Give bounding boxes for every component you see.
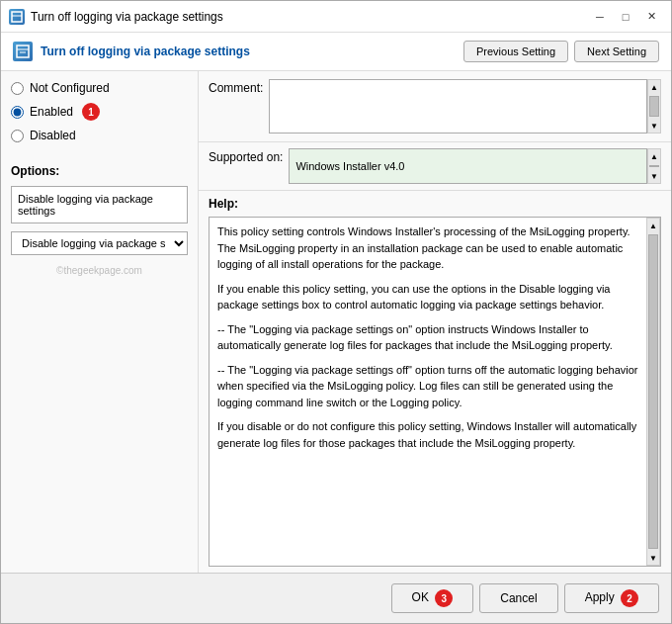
options-title: Options: [11,164,188,178]
help-scroll-up[interactable]: ▲ [647,219,659,232]
apply-badge: 2 [621,589,638,607]
close-button[interactable]: ✕ [639,7,663,27]
left-panel: Not Configured Enabled 1 Disabled Option… [1,71,199,573]
help-scrollbar: ▲ ▼ [646,218,660,566]
header-icon [13,42,33,61]
radio-group: Not Configured Enabled 1 Disabled [11,81,188,142]
help-title: Help: [209,197,661,211]
enabled-radio[interactable] [11,106,24,119]
right-panel: Comment: ▲ ▼ Supported on: Windows Insta… [199,71,671,573]
comment-scroll-up[interactable]: ▲ [648,80,660,94]
not-configured-radio[interactable] [11,82,24,95]
help-section: Help: This policy setting controls Windo… [199,191,671,573]
help-para-5: If you disable or do not configure this … [217,418,638,451]
disabled-radio[interactable] [11,130,24,142]
next-setting-button[interactable]: Next Setting [574,41,659,62]
not-configured-label: Not Configured [30,81,110,95]
supported-scroll-thumb [649,165,659,167]
help-scroll-down[interactable]: ▼ [647,551,659,565]
supported-input-area: Windows Installer v4.0 ▲ ▼ [289,148,661,184]
ok-badge: 3 [435,589,453,607]
help-para-2: If you enable this policy setting, you c… [217,281,638,313]
previous-setting-button[interactable]: Previous Setting [463,41,568,62]
comment-section: Comment: ▲ ▼ [199,71,671,142]
enabled-option[interactable]: Enabled 1 [11,103,188,121]
comment-textarea[interactable] [269,79,647,134]
options-section: Options: Disable logging via package set… [11,164,188,255]
help-para-4: -- The "Logging via package settings off… [217,362,638,411]
supported-on-value: Windows Installer v4.0 [289,148,647,184]
comment-scroll-down[interactable]: ▼ [648,119,660,133]
supported-scrollbar: ▲ ▼ [647,148,661,184]
title-bar-controls: ─ □ ✕ [588,7,663,27]
cancel-button[interactable]: Cancel [479,583,557,613]
header-section: Turn off logging via package settings Pr… [1,33,671,71]
svg-rect-2 [17,45,29,57]
supported-label: Supported on: [209,148,283,164]
enabled-badge: 1 [82,103,100,121]
main-content: Not Configured Enabled 1 Disabled Option… [1,71,671,573]
bottom-bar: OK 3 Cancel Apply 2 [1,573,671,623]
header-title-text: Turn off logging via package settings [41,45,250,58]
minimize-button[interactable]: ─ [588,7,612,27]
disabled-label: Disabled [30,129,76,142]
comment-scrollbar: ▲ ▼ [647,79,661,134]
help-content-wrapper: This policy setting controls Windows Ins… [209,217,661,567]
not-configured-option[interactable]: Not Configured [11,81,188,95]
ok-button[interactable]: OK 3 [391,583,474,613]
help-para-1: This policy setting controls Windows Ins… [217,223,638,273]
header-title-area: Turn off logging via package settings [13,42,250,61]
supported-scroll-up[interactable]: ▲ [648,149,660,163]
main-window: Turn off logging via package settings ─ … [0,0,672,624]
window-icon [9,9,25,25]
title-bar-left: Turn off logging via package settings [9,9,223,25]
header-buttons: Previous Setting Next Setting [463,41,659,62]
enabled-label: Enabled [30,105,73,119]
options-box-label: Disable logging via package settings [11,186,188,223]
comment-label: Comment: [209,79,263,95]
options-dropdown[interactable]: Disable logging via package settings on … [11,231,188,255]
help-para-3: -- The "Logging via package settings on"… [217,321,638,354]
maximize-button[interactable]: □ [614,7,637,27]
help-scroll-thumb [648,234,658,549]
comment-input-area: ▲ ▼ [269,79,661,134]
title-bar: Turn off logging via package settings ─ … [1,1,671,33]
supported-section: Supported on: Windows Installer v4.0 ▲ ▼ [199,142,671,191]
watermark: ©thegeekpage.com [11,265,188,276]
supported-scroll-down[interactable]: ▼ [648,169,660,183]
disabled-option[interactable]: Disabled [11,129,188,142]
svg-rect-0 [12,12,22,22]
apply-button[interactable]: Apply 2 [564,583,659,613]
help-text: This policy setting controls Windows Ins… [210,218,646,566]
window-title: Turn off logging via package settings [31,10,223,24]
comment-scroll-thumb [649,96,659,117]
